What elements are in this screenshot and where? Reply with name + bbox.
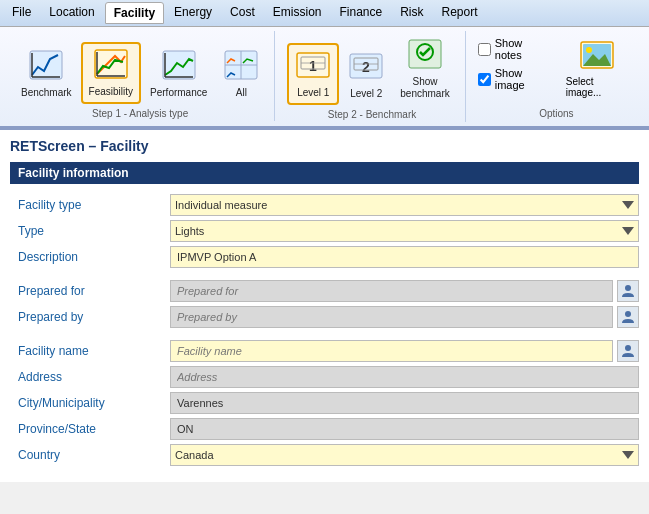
select-image-icon [579,38,615,76]
feasibility-icon [93,48,129,84]
ribbon-btn-benchmark[interactable]: Benchmark [14,44,79,104]
show-notes-label: Show notes [495,37,551,61]
form-row-type: Type Lights HVAC Motors [10,220,639,242]
benchmark-icon [28,49,64,85]
show-notes-checkbox[interactable] [478,43,491,56]
svg-point-26 [625,285,631,291]
group1-label: Step 1 - Analysis type [92,104,188,119]
facility-info-form: Facility type Individual measure Buildin… [10,190,639,474]
person-icon-prepared-for[interactable] [617,280,639,302]
control-facility-name [170,340,639,362]
all-label: All [236,87,247,99]
input-address[interactable] [170,366,639,388]
person-icon-facility-name[interactable] [617,340,639,362]
menu-report[interactable]: Report [434,2,486,24]
label-facility-name: Facility name [10,344,170,358]
svg-point-24 [586,47,592,53]
show-image-label: Show image [495,67,551,91]
ribbon-buttons-analysis: Benchmark Feasibility [14,33,266,104]
ribbon-btn-feasibility[interactable]: Feasibility [81,42,141,104]
control-city [170,392,639,414]
select-facility-type[interactable]: Individual measure Building Industrial [170,194,639,216]
ribbon: Benchmark Feasibility [0,27,649,128]
show-image-checkbox[interactable] [478,73,491,86]
group2-label: Step 2 - Benchmark [328,105,416,120]
label-type: Type [10,224,170,238]
level2-label: Level 2 [350,88,382,100]
control-type: Lights HVAC Motors [170,220,639,242]
input-prepared-for[interactable] [170,280,613,302]
performance-icon [161,49,197,85]
ribbon-btn-all[interactable]: All [216,44,266,104]
menu-energy[interactable]: Energy [166,2,220,24]
ribbon-group-options: Show notes Show image Select image... [470,31,643,121]
svg-text:1: 1 [309,58,317,74]
input-description[interactable] [170,246,639,268]
level1-label: Level 1 [297,87,329,99]
control-country: Canada United States [170,444,639,466]
control-address [170,366,639,388]
select-country[interactable]: Canada United States [170,444,639,466]
label-address: Address [10,370,170,384]
svg-point-28 [625,345,631,351]
menu-finance[interactable]: Finance [331,2,390,24]
control-facility-type: Individual measure Building Industrial [170,194,639,216]
label-prepared-for: Prepared for [10,284,170,298]
form-row-province: Province/State [10,418,639,440]
form-row-facility-type: Facility type Individual measure Buildin… [10,194,639,216]
menu-emission[interactable]: Emission [265,2,330,24]
form-row-facility-name: Facility name [10,340,639,362]
benchmark-label: Benchmark [21,87,72,99]
control-province [170,418,639,440]
input-facility-name[interactable] [170,340,613,362]
form-row-address: Address [10,366,639,388]
ribbon-btn-performance[interactable]: Performance [143,44,214,104]
control-description [170,246,639,268]
form-row-description: Description [10,246,639,268]
input-prepared-by[interactable] [170,306,613,328]
menu-risk[interactable]: Risk [392,2,431,24]
ribbon-btn-level1[interactable]: 1 Level 1 [287,43,339,105]
label-prepared-by: Prepared by [10,310,170,324]
ribbon-btn-showbenchmark[interactable]: Showbenchmark [393,33,456,105]
main-content: RETScreen – Facility Facility informatio… [0,128,649,482]
ribbon-group-analysis-type: Benchmark Feasibility [6,31,275,121]
ribbon-btn-level2[interactable]: 2 Level 2 [341,45,391,105]
ribbon-group-benchmark: 1 Level 1 2 Level 2 [279,31,465,122]
input-province[interactable] [170,418,639,440]
level1-icon: 1 [295,49,331,85]
label-city: City/Municipality [10,396,170,410]
svg-text:2: 2 [362,59,370,75]
form-row-prepared-by: Prepared by [10,306,639,328]
menu-location[interactable]: Location [41,2,102,24]
menu-file[interactable]: File [4,2,39,24]
label-province: Province/State [10,422,170,436]
performance-label: Performance [150,87,207,99]
page-title: RETScreen – Facility [10,138,639,154]
form-row-country: Country Canada United States [10,444,639,466]
label-country: Country [10,448,170,462]
showbenchmark-icon [407,38,443,74]
input-city[interactable] [170,392,639,414]
select-type[interactable]: Lights HVAC Motors [170,220,639,242]
show-image-checkbox-row[interactable]: Show image [478,67,551,91]
person-icon-prepared-by[interactable] [617,306,639,328]
select-image-label: Select image... [566,76,628,98]
ribbon-buttons-benchmark: 1 Level 1 2 Level 2 [287,33,456,105]
form-row-city: City/Municipality [10,392,639,414]
feasibility-label: Feasibility [89,86,133,98]
level2-icon: 2 [348,50,384,86]
show-notes-checkbox-row[interactable]: Show notes [478,37,551,61]
facility-info-header: Facility information [10,162,639,184]
control-prepared-for [170,280,639,302]
ribbon-btn-select-image[interactable]: Select image... [559,33,635,103]
svg-point-27 [625,311,631,317]
control-prepared-by [170,306,639,328]
menu-facility[interactable]: Facility [105,2,164,24]
menu-cost[interactable]: Cost [222,2,263,24]
group3-label: Options [539,104,573,119]
form-row-prepared-for: Prepared for [10,280,639,302]
label-description: Description [10,250,170,264]
showbenchmark-label: Showbenchmark [400,76,449,100]
menu-bar: File Location Facility Energy Cost Emiss… [0,0,649,27]
